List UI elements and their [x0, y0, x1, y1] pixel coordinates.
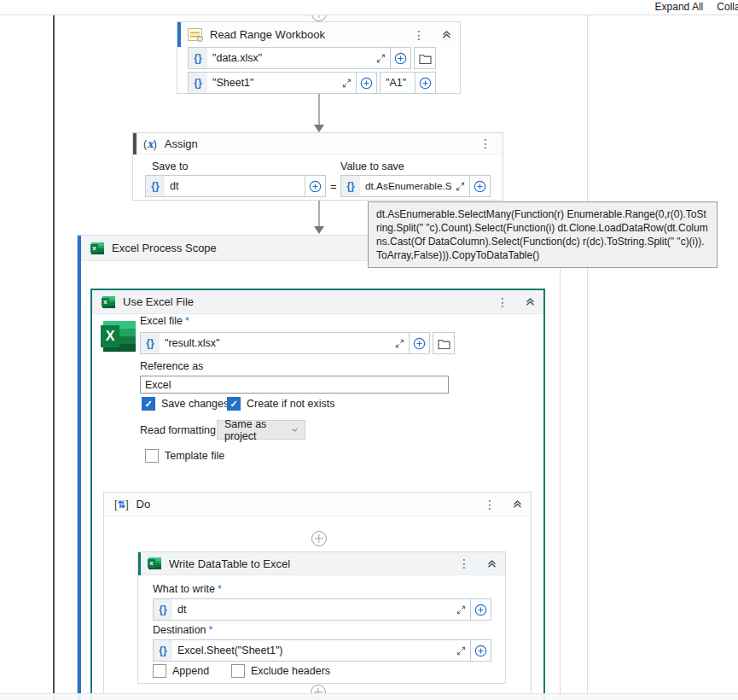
collapse-chevron-icon[interactable]: [487, 559, 497, 569]
value-to-save-label: Value to save: [340, 160, 404, 172]
write-datatable-header[interactable]: Write DataTable to Excel ⋮: [138, 552, 505, 575]
read-formatting-value: Same as project: [224, 418, 285, 442]
excel-file-value[interactable]: "result.xlsx": [160, 337, 391, 349]
connector-arrow: [314, 125, 324, 132]
workbook-path-row: {} "data.xlsx": [188, 47, 436, 69]
plus-circle-icon[interactable]: [470, 640, 491, 661]
plus-circle-icon[interactable]: [470, 599, 491, 620]
plus-circle-icon[interactable]: [469, 176, 490, 196]
expression-badge: {}: [141, 333, 160, 353]
kebab-menu-icon[interactable]: ⋮: [477, 137, 494, 149]
value-to-save-value[interactable]: dt.AsEnumerable.Selec: [360, 180, 451, 192]
read-range-header[interactable]: Read Range Workbook ⋮: [177, 22, 460, 47]
save-to-label: Save to: [152, 160, 188, 172]
sheet-name-value[interactable]: "Sheet1": [207, 77, 338, 89]
cell-range-input[interactable]: "A1": [380, 72, 436, 94]
sequence-icon: [⇅]: [114, 499, 129, 510]
plus-circle-icon[interactable]: [356, 73, 376, 93]
folder-icon: [419, 53, 432, 64]
activity-card-write-datatable-to-excel[interactable]: Write DataTable to Excel ⋮ What to write…: [137, 551, 506, 684]
excel-icon: [148, 557, 161, 569]
expression-badge: {}: [341, 176, 360, 196]
collapse-chevron-icon[interactable]: [442, 30, 451, 39]
open-expression-editor-icon[interactable]: [338, 79, 356, 88]
save-to-input[interactable]: {} dt: [145, 175, 326, 197]
what-to-write-input[interactable]: {} dt: [153, 598, 491, 621]
expression-tooltip: dt.AsEnumerable.SelectMany(Function(r) E…: [368, 201, 718, 268]
sheet-name-input[interactable]: {} "Sheet1": [188, 72, 377, 94]
reference-as-input[interactable]: Excel: [140, 376, 449, 394]
container-card-do[interactable]: [⇅] Do ⋮ Write DataTable to Excel ⋮: [103, 492, 532, 695]
equals-sign: =: [330, 180, 337, 193]
accent-bar: [78, 236, 81, 700]
assign-icon: (x): [143, 137, 157, 150]
create-if-not-exists-checkbox[interactable]: ✓: [227, 397, 241, 411]
what-to-write-label: What to write*: [153, 583, 222, 595]
collapse-chevron-icon[interactable]: [526, 297, 535, 306]
check-icon: ✓: [230, 399, 237, 410]
connector-line: [318, 201, 320, 227]
toolbar-links: Expand All Collapse All: [655, 1, 738, 13]
expression-badge: {}: [154, 599, 172, 620]
workflow-canvas: Expand All Collapse All Read Range Workb…: [0, 0, 738, 700]
save-changes-label: Save changes: [161, 398, 229, 410]
cell-range-value[interactable]: "A1": [381, 77, 415, 89]
browse-file-button[interactable]: [433, 332, 455, 354]
open-expression-editor-icon[interactable]: [451, 182, 469, 191]
kebab-menu-icon[interactable]: ⋮: [410, 29, 427, 41]
activity-title: Write DataTable to Excel: [169, 557, 290, 570]
folder-icon: [438, 338, 450, 349]
activity-title: Assign: [165, 137, 198, 150]
what-to-write-value[interactable]: dt: [172, 604, 452, 615]
use-excel-file-header[interactable]: Use Excel File ⋮: [92, 290, 543, 314]
value-to-save-input[interactable]: {} dt.AsEnumerable.Selec: [340, 175, 491, 197]
destination-value[interactable]: Excel.Sheet("Sheet1"): [172, 645, 452, 656]
reference-as-value: Excel: [145, 379, 171, 391]
excel-file-label: Excel file*: [140, 315, 189, 327]
append-checkbox[interactable]: [153, 664, 166, 678]
collapse-chevron-icon[interactable]: [513, 499, 522, 509]
open-expression-editor-icon[interactable]: [452, 605, 470, 615]
kebab-menu-icon[interactable]: ⋮: [494, 296, 511, 308]
designer-toolbar: Expand All Collapse All: [0, 0, 738, 15]
assign-header[interactable]: (x) Assign ⋮: [133, 133, 503, 155]
excel-file-input[interactable]: {} "result.xlsx": [140, 332, 430, 354]
save-changes-checkbox[interactable]: ✓: [142, 397, 155, 411]
append-label: Append: [172, 665, 209, 677]
activity-card-assign[interactable]: (x) Assign ⋮ Save to Value to save {} dt…: [132, 132, 503, 201]
expand-all-link[interactable]: Expand All: [655, 1, 704, 13]
excel-file-row: {} "result.xlsx": [140, 332, 455, 354]
workbook-path-input[interactable]: {} "data.xlsx": [188, 47, 411, 69]
activity-card-excel-process-scope[interactable]: Excel Process Scope ⋮ Use Excel File ⋮ E…: [77, 235, 561, 700]
activity-card-use-excel-file[interactable]: Use Excel File ⋮ Excel file* {} "result.…: [90, 289, 545, 700]
read-formatting-dropdown[interactable]: Same as project: [217, 420, 305, 440]
reference-as-label: Reference as: [140, 360, 203, 372]
open-expression-editor-icon[interactable]: [452, 646, 470, 656]
browse-file-button[interactable]: [414, 47, 436, 69]
kebab-menu-icon[interactable]: ⋮: [481, 499, 498, 510]
exclude-headers-checkbox[interactable]: [231, 664, 245, 678]
template-file-checkbox[interactable]: [145, 449, 159, 463]
check-icon: ✓: [144, 399, 152, 410]
workbook-path-value[interactable]: "data.xlsx": [207, 52, 372, 64]
save-to-value[interactable]: dt: [165, 180, 305, 192]
destination-input[interactable]: {} Excel.Sheet("Sheet1"): [153, 639, 491, 662]
exclude-headers-label: Exclude headers: [251, 665, 330, 677]
activity-title: Use Excel File: [123, 295, 194, 308]
plus-circle-icon[interactable]: [409, 333, 429, 353]
do-header[interactable]: [⇅] Do ⋮: [104, 493, 531, 516]
activity-card-read-range-workbook[interactable]: Read Range Workbook ⋮ {} "data.xlsx": [177, 21, 461, 94]
plus-circle-icon[interactable]: [415, 73, 435, 93]
expression-badge: {}: [154, 640, 172, 661]
open-expression-editor-icon[interactable]: [391, 339, 409, 348]
plus-circle-icon[interactable]: [390, 48, 410, 68]
add-activity-button[interactable]: [311, 531, 327, 546]
activity-title: Read Range Workbook: [210, 28, 325, 41]
read-formatting-label: Read formatting: [140, 424, 216, 436]
kebab-menu-icon[interactable]: ⋮: [456, 557, 473, 569]
plus-circle-icon[interactable]: [305, 176, 325, 196]
collapse-all-link[interactable]: Collapse All: [717, 1, 738, 13]
connector-arrow: [314, 226, 324, 234]
canvas-bottom-strip: [0, 693, 738, 700]
open-expression-editor-icon[interactable]: [372, 54, 390, 63]
